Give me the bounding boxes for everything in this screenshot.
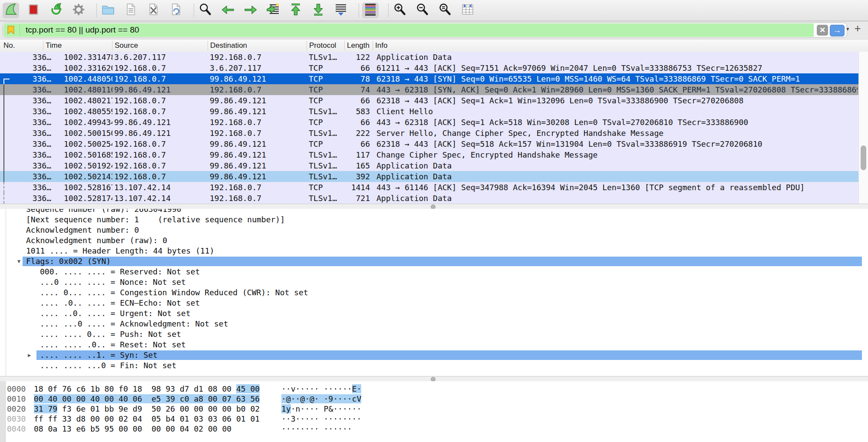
packet-row[interactable]: 336…1002.49943499.86.49.121192.168.0.7TC… [0, 117, 858, 128]
add-filter-button-plus-icon[interactable]: + [850, 21, 865, 36]
column-separator[interactable] [43, 41, 43, 50]
column-header-protocol[interactable]: Protocol [309, 40, 336, 52]
column-header-length[interactable]: Length [347, 40, 372, 52]
reload-file-icon [168, 2, 183, 19]
packet-row[interactable]: 336…1002.480217192.168.0.799.86.49.121TC… [0, 95, 858, 106]
hex-offset: 0000 [7, 384, 26, 394]
packet-row[interactable]: 336…1002.448050192.168.0.799.86.49.121TC… [0, 73, 858, 84]
column-header-destination[interactable]: Destination [210, 40, 247, 52]
cell-length: 122 [330, 52, 370, 63]
hex-dump-row[interactable]: 002031 79 f3 6e 01 bb 9e d9 50 26 00 00 … [0, 404, 868, 414]
hex-dump-row[interactable]: 000018 0f 76 c6 1b 80 f0 18 98 93 d7 d1 … [0, 384, 868, 394]
go-to-packet-button[interactable] [265, 3, 281, 18]
ascii-bytes[interactable]: ··3····· ········ [281, 414, 361, 424]
colorize-button[interactable] [362, 3, 379, 18]
packet-row[interactable]: 336…1002.50015099.86.49.121192.168.0.7TL… [0, 128, 858, 139]
expander-right-icon[interactable]: ▶ [28, 350, 31, 360]
resize-columns-button[interactable] [459, 3, 476, 18]
ascii-bytes[interactable]: 1y·n···· P&······ [281, 404, 361, 414]
cell-time: 1002.500254 [64, 139, 112, 149]
packet-row[interactable]: 336…1002.52816713.107.42.14192.168.0.7TC… [0, 182, 858, 193]
packet-row[interactable]: 336…1002.501685192.168.0.799.86.49.121TL… [0, 149, 858, 160]
hex-dump-row[interactable]: 004008 0a 13 e6 b5 95 00 00 00 00 04 02 … [0, 424, 868, 434]
zoom-in-button[interactable] [392, 3, 408, 18]
column-header-no[interactable]: No. [3, 40, 15, 52]
packet-row[interactable]: 336…1002.331620192.168.0.73.6.207.117TCP… [0, 63, 858, 73]
go-first-button[interactable] [287, 3, 304, 18]
detail-tree-row[interactable]: 1011 .... = Header Length: 44 bytes (11) [0, 246, 868, 256]
hex-bytes[interactable]: 18 0f 76 c6 1b 80 f0 18 98 93 d7 d1 08 0… [34, 384, 260, 394]
restart-capture-button[interactable] [48, 3, 64, 18]
packet-row[interactable]: 336…1002.480559192.168.0.799.86.49.121TL… [0, 106, 858, 117]
scrollbar-thumb[interactable] [861, 145, 866, 170]
detail-tree-row[interactable]: .... .... 0... = Push: Not set [0, 329, 868, 340]
filter-expression-text[interactable]: tcp.port == 80 || udp.port == 80 [26, 23, 139, 36]
cell-source: 13.107.42.14 [114, 182, 207, 193]
folder-icon [101, 2, 116, 19]
detail-tree-row[interactable]: .... 0... .... = Congestion Window Reduc… [0, 287, 868, 298]
cell-info: Application Data [376, 171, 858, 182]
ascii-bytes[interactable]: ········ ······ [281, 424, 352, 434]
hex-bytes[interactable]: ff ff 33 d8 00 00 02 04 05 b4 01 03 03 0… [34, 414, 260, 424]
open-file-button[interactable] [100, 3, 116, 18]
zoom-out-button[interactable] [414, 3, 431, 18]
column-separator[interactable] [208, 41, 208, 50]
detail-tree-row[interactable]: [Next sequence number: 1 (relative seque… [0, 214, 868, 225]
ascii-bytes[interactable]: ··v····· ······E· [281, 384, 361, 394]
cell-info: 62318 → 443 [ACK] Seq=1 Ack=1 Win=132096… [376, 95, 858, 106]
detail-tree-row[interactable]: .... .0.. .... = ECN–Echo: Not set [0, 298, 868, 308]
column-header-source[interactable]: Source [115, 40, 138, 52]
detail-tree-row[interactable]: .... ..0. .... = Urgent: Not set [0, 308, 868, 319]
stop-capture-button[interactable] [25, 3, 42, 18]
detail-tree-row[interactable]: ▼Flags: 0x002 (SYN) [0, 256, 868, 267]
packet-row[interactable]: 336…1002.500254192.168.0.799.86.49.121TC… [0, 139, 858, 149]
cell-destination: 192.168.0.7 [210, 182, 306, 193]
packet-row[interactable]: 336…1002.502143192.168.0.799.86.49.121TL… [0, 171, 858, 182]
detail-tree-row[interactable]: .... .... ...0 = Fin: Not set [0, 360, 868, 371]
detail-tree-row[interactable]: .... ...0 .... = Acknowledgment: Not set [0, 319, 868, 329]
go-forward-button[interactable] [242, 3, 259, 18]
close-file-button[interactable] [145, 3, 162, 18]
detail-tree-row[interactable]: Acknowledgment number: 0 [0, 225, 868, 235]
detail-tree-row[interactable]: ...0 .... .... = Nonce: Not set [0, 277, 868, 287]
packet-row[interactable]: 336…1002.52817413.107.42.14192.168.0.7TL… [0, 193, 858, 204]
auto-scroll-button[interactable] [333, 3, 349, 18]
clear-filter-button[interactable]: ✕ [817, 25, 828, 36]
detail-tree-row[interactable]: 000. .... .... = Reserved: Not set [0, 267, 868, 277]
capture-options-button[interactable] [70, 3, 87, 18]
detail-tree-row[interactable]: Acknowledgment number (raw): 0 [0, 235, 868, 246]
column-separator[interactable] [373, 41, 373, 50]
go-back-button[interactable] [220, 3, 236, 18]
apply-filter-button[interactable]: → [830, 25, 845, 36]
selection-highlight [36, 350, 862, 360]
expander-down-icon[interactable]: ▼ [17, 256, 20, 267]
hex-bytes[interactable]: 31 79 f3 6e 01 bb 9e d9 50 26 00 00 00 0… [34, 404, 260, 414]
display-filter-input[interactable]: tcp.port == 80 || udp.port == 80 ✕ → ▾ [3, 23, 847, 38]
column-separator[interactable] [307, 41, 307, 50]
hex-bytes[interactable]: 08 0a 13 e6 b5 95 00 00 00 00 04 02 00 0… [34, 424, 231, 434]
packet-list-scrollbar[interactable] [858, 52, 868, 204]
packet-row[interactable]: 336…1002.48011099.86.49.121192.168.0.7TC… [0, 84, 858, 95]
hex-dump-row[interactable]: 001000 40 00 00 40 00 40 06 e5 39 c0 a8 … [0, 394, 868, 404]
detail-tree-row[interactable]: .... .... .0.. = Reset: Not set [0, 340, 868, 350]
column-header-info[interactable]: Info [375, 40, 387, 52]
ascii-bytes[interactable]: ·@··@·@· ·9····cV [281, 394, 361, 404]
find-packet-button[interactable] [197, 3, 214, 18]
detail-tree-row[interactable]: ▶.... .... ..1. = Syn: Set [0, 350, 868, 360]
packet-row[interactable]: 336…1002.3314783.6.207.117192.168.0.7TLS… [0, 52, 858, 63]
cell-time: 1002.331620 [64, 63, 112, 73]
save-file-button[interactable] [122, 3, 139, 18]
hex-bytes[interactable]: 00 40 00 00 40 00 40 06 e5 39 c0 a8 00 0… [34, 394, 260, 404]
bookmark-icon[interactable] [7, 26, 14, 36]
reload-file-button[interactable] [168, 3, 184, 18]
go-last-button[interactable] [310, 3, 327, 18]
column-separator[interactable] [344, 41, 345, 50]
start-capture-button[interactable] [3, 3, 19, 18]
packet-row[interactable]: 336…1002.501924192.168.0.799.86.49.121TL… [0, 160, 858, 171]
detail-tree-row[interactable]: Sequence number (raw): 2663041990 [0, 209, 868, 214]
filter-dropdown-chevron-icon[interactable]: ▾ [846, 26, 849, 32]
hex-dump-row[interactable]: 0030ff ff 33 d8 00 00 02 04 05 b4 01 03 … [0, 414, 868, 424]
column-separator[interactable] [112, 41, 112, 50]
column-header-time[interactable]: Time [46, 40, 62, 52]
zoom-100-button[interactable] [437, 3, 453, 18]
